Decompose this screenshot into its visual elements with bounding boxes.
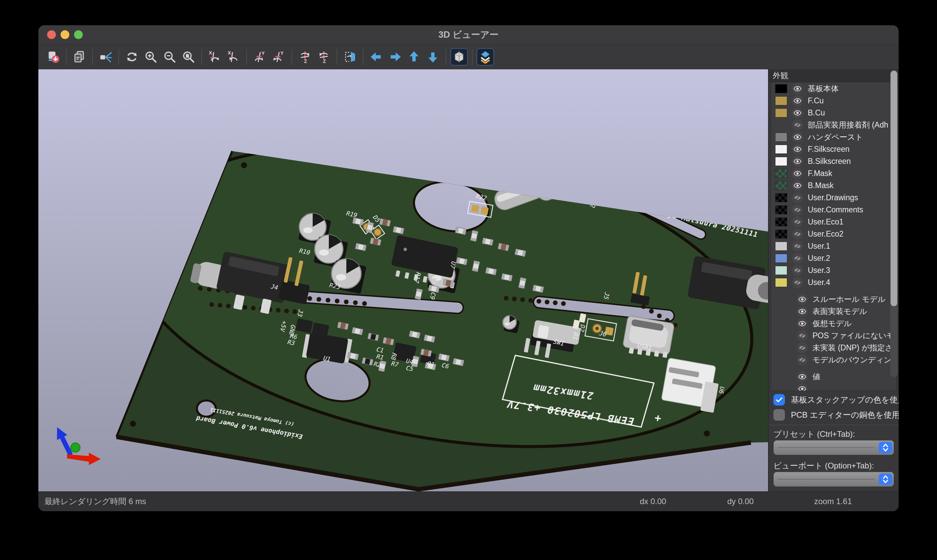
preset-combo-stepper-icon[interactable] <box>879 442 892 453</box>
layer-row[interactable]: 表面実装モデル <box>771 305 896 317</box>
visibility-eye-off-icon[interactable] <box>797 354 808 366</box>
layer-row[interactable]: B.Cu <box>771 107 896 119</box>
visibility-eye-icon[interactable] <box>797 318 808 329</box>
layer-color-swatch[interactable] <box>775 108 787 117</box>
layer-color-swatch[interactable] <box>775 254 787 263</box>
visibility-eye-icon[interactable] <box>797 306 808 317</box>
visibility-eye-off-icon[interactable] <box>797 330 808 341</box>
visibility-eye-icon[interactable] <box>792 107 803 118</box>
visibility-eye-off-icon[interactable] <box>792 253 803 264</box>
visibility-eye-off-icon[interactable] <box>792 216 803 228</box>
close-button[interactable] <box>47 30 56 39</box>
zoom-button[interactable] <box>74 30 83 39</box>
copy-image-button[interactable] <box>71 48 88 66</box>
layer-color-swatch[interactable] <box>775 169 787 178</box>
rotate-z-ccw-button[interactable]: Z <box>315 48 332 66</box>
visibility-eye-icon[interactable] <box>792 180 803 191</box>
layer-row[interactable]: モデルのバウンディング <box>771 354 896 366</box>
scrollbar-thumb[interactable] <box>891 71 897 306</box>
visibility-eye-icon[interactable] <box>797 371 808 382</box>
layer-row[interactable]: User.3 <box>771 264 896 276</box>
visibility-eye-off-icon[interactable] <box>792 229 803 240</box>
rotate-y-ccw-button[interactable]: Y <box>270 48 288 66</box>
layer-color-swatch[interactable] <box>775 96 787 105</box>
pan-down-button[interactable] <box>424 48 442 66</box>
visibility-eye-icon[interactable] <box>792 83 803 94</box>
redraw-button[interactable] <box>123 48 141 66</box>
visibility-eye-off-icon[interactable] <box>792 277 803 288</box>
layer-color-swatch[interactable] <box>775 145 787 154</box>
layer-row[interactable]: User.Drawings <box>771 191 896 204</box>
layer-color-swatch[interactable] <box>775 242 787 251</box>
layer-row[interactable]: User.Comments <box>771 204 896 216</box>
layer-row[interactable]: スルーホール モデル <box>771 293 896 305</box>
layer-color-swatch[interactable] <box>775 229 787 238</box>
layer-color-swatch[interactable] <box>775 217 787 226</box>
zoom-in-button[interactable] <box>142 48 160 66</box>
visibility-eye-off-icon[interactable] <box>792 204 803 215</box>
rotate-x-ccw-button[interactable]: X <box>225 48 242 66</box>
layer-row[interactable]: 部品実装用接着剤 (Adh <box>771 119 896 131</box>
visibility-eye-icon[interactable] <box>797 383 808 391</box>
layer-color-swatch[interactable] <box>775 266 787 275</box>
visibility-eye-off-icon[interactable] <box>792 265 803 276</box>
visibility-eye-off-icon[interactable] <box>792 192 803 203</box>
flip-board-button[interactable] <box>341 48 359 66</box>
layer-row[interactable]: User.1 <box>771 240 896 252</box>
visibility-eye-icon[interactable] <box>792 144 803 155</box>
visibility-eye-icon[interactable] <box>792 156 803 167</box>
layer-color-swatch[interactable] <box>775 132 787 142</box>
visibility-eye-off-icon[interactable] <box>792 120 803 131</box>
raytrace-render-button[interactable] <box>97 48 114 66</box>
rotate-z-cw-button[interactable]: Z <box>296 48 314 66</box>
layer-row[interactable]: B.Mask <box>771 179 896 191</box>
layer-color-swatch[interactable] <box>775 205 787 214</box>
layer-row[interactable]: B.Silkscreen <box>771 155 896 167</box>
layer-list-scrollbar[interactable] <box>890 70 898 377</box>
layer-color-swatch[interactable] <box>775 278 787 287</box>
use-stackup-colors-checkbox[interactable] <box>774 394 785 406</box>
layer-row[interactable]: POS ファイルにないモ <box>771 329 896 342</box>
visibility-eye-off-icon[interactable] <box>792 241 803 252</box>
layer-label: 表面実装モデル <box>812 306 867 317</box>
pan-left-button[interactable] <box>368 48 385 66</box>
visibility-eye-icon[interactable] <box>792 132 803 143</box>
layer-row[interactable]: ハンダペースト <box>771 131 896 143</box>
visibility-eye-icon[interactable] <box>792 95 803 106</box>
layer-row[interactable]: 未実装 (DNP) が指定さ <box>771 342 896 354</box>
layer-color-swatch[interactable] <box>775 193 787 202</box>
layer-row[interactable]: User.Eco1 <box>771 216 896 228</box>
viewport-3d[interactable]: Exidiophone v6.0 Audio Board(c) Tomoya M… <box>38 69 768 492</box>
layers-appearance-button[interactable] <box>477 48 494 66</box>
rotate-y-cw-button[interactable]: Y <box>251 48 269 66</box>
layer-row[interactable]: 仮想モデル <box>771 317 896 329</box>
layer-color-swatch[interactable] <box>775 84 787 93</box>
zoom-fit-button[interactable] <box>180 48 197 66</box>
viewport-combo[interactable] <box>774 472 894 487</box>
layer-color-swatch[interactable] <box>775 181 787 190</box>
preset-combo[interactable] <box>774 440 894 455</box>
reload-board-button[interactable] <box>45 48 62 66</box>
viewport-combo-stepper-icon[interactable] <box>879 474 892 485</box>
layer-row[interactable]: F.Cu <box>771 95 896 107</box>
layer-color-swatch[interactable] <box>775 157 787 166</box>
layer-row[interactable]: 値 <box>771 371 896 383</box>
layer-row[interactable]: User.4 <box>771 276 896 288</box>
layer-row[interactable]: User.Eco2 <box>771 228 896 240</box>
rotate-x-cw-button[interactable]: X <box>206 48 223 66</box>
layer-color-swatch[interactable] <box>775 120 787 129</box>
layer-row[interactable]: 基板本体 <box>771 82 896 95</box>
use-pcb-copper-color-checkbox[interactable] <box>774 409 785 421</box>
layer-row[interactable] <box>771 383 896 391</box>
layer-row[interactable]: User.2 <box>771 252 896 264</box>
minimize-button[interactable] <box>61 30 69 39</box>
pan-right-button[interactable] <box>386 48 404 66</box>
visibility-eye-off-icon[interactable] <box>797 342 808 353</box>
orthographic-projection-button[interactable] <box>450 48 468 66</box>
visibility-eye-icon[interactable] <box>797 294 808 305</box>
zoom-out-button[interactable] <box>161 48 178 66</box>
pan-up-button[interactable] <box>405 48 423 66</box>
layer-row[interactable]: F.Mask <box>771 167 896 179</box>
layer-row[interactable]: F.Silkscreen <box>771 143 896 155</box>
visibility-eye-icon[interactable] <box>792 168 803 179</box>
